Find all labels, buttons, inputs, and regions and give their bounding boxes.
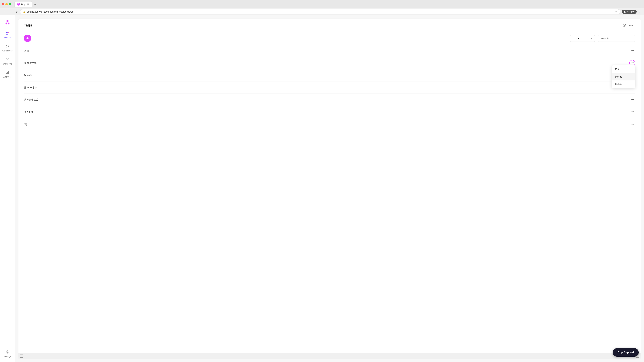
svg-point-1 <box>18 4 18 5</box>
tag-name: @layla <box>24 74 629 77</box>
tab-close-btn[interactable]: ✕ <box>27 3 29 5</box>
svg-point-3 <box>624 11 625 12</box>
scroll-indicator: ← → <box>18 353 641 359</box>
svg-point-0 <box>18 3 19 4</box>
search-input[interactable] <box>598 35 635 42</box>
reload-btn[interactable]: ↻ <box>14 9 19 14</box>
context-menu: Edit Merge Delete <box>612 65 635 88</box>
sidebar-item-analytics[interactable]: Analytics <box>2 68 14 80</box>
tag-menu-button[interactable]: ••• <box>629 97 635 103</box>
sort-select[interactable]: A to Z Z to A Newest Oldest <box>570 35 595 42</box>
analytics-label: Analytics <box>3 76 12 78</box>
tag-name: @all <box>24 49 629 52</box>
tab-title: Drip <box>21 3 25 5</box>
back-btn[interactable]: ← <box>2 9 7 14</box>
sidebar-item-settings[interactable]: Settings <box>2 348 14 359</box>
table-row: @zilong ••• <box>24 106 635 118</box>
tag-name: @beshyas <box>24 61 629 64</box>
sidebar-item-workflows[interactable]: Workflows <box>2 55 14 67</box>
context-menu-merge[interactable]: Merge <box>612 73 635 80</box>
tags-toolbar: + A to Z Z to A Newest Oldest <box>18 32 641 45</box>
drip-support-button[interactable]: Drip Support <box>613 348 639 357</box>
table-row: @moodjoy ••• <box>24 81 635 94</box>
sidebar: People Campaigns Workflows <box>0 15 15 362</box>
tag-name: tag <box>24 123 629 126</box>
svg-rect-16 <box>6 73 7 74</box>
close-button[interactable]: Close <box>621 23 635 28</box>
tab-bar: Drip ✕ + <box>12 1 40 7</box>
sidebar-item-people[interactable]: People <box>2 29 14 40</box>
main-content: Tags Close + A to Z Z to A Newest <box>15 15 644 362</box>
window-close-btn[interactable] <box>2 3 4 5</box>
svg-point-5 <box>7 20 8 22</box>
app-container: People Campaigns Workflows <box>0 15 644 362</box>
close-label: Close <box>627 24 633 27</box>
tags-header: Tags Close <box>18 19 641 32</box>
table-row: @layla ••• <box>24 69 635 81</box>
sidebar-logo <box>4 18 12 26</box>
tag-menu-button[interactable]: ••• <box>629 48 635 54</box>
tab-favicon <box>17 3 20 5</box>
tags-title: Tags <box>24 23 32 27</box>
window-maximize-btn[interactable] <box>9 3 11 5</box>
table-row: tag ••• <box>24 118 635 130</box>
svg-point-2 <box>19 4 20 5</box>
campaigns-icon <box>5 43 10 49</box>
workflows-icon <box>5 57 10 62</box>
people-icon <box>5 30 10 36</box>
tag-menu-button-active[interactable]: ••• <box>629 60 635 66</box>
lock-icon: 🔒 <box>23 10 26 13</box>
svg-rect-17 <box>7 72 8 74</box>
campaigns-label: Campaigns <box>2 50 12 52</box>
browser-titlebar: Drip ✕ + <box>0 0 644 8</box>
new-tab-btn[interactable]: + <box>33 2 38 7</box>
tags-list: @all ••• @beshyas ••• Edit Merge Delete <box>18 45 641 353</box>
tag-menu-button[interactable]: ••• <box>629 121 635 127</box>
address-bar-row: ← → ↻ 🔒 getdrip.com/7641396/people/prope… <box>0 8 644 15</box>
tag-name: @zilong <box>24 110 629 113</box>
settings-label: Settings <box>4 355 11 358</box>
context-menu-edit[interactable]: Edit <box>612 65 635 73</box>
url-text: getdrip.com/7641396/people/properties#ta… <box>27 10 614 13</box>
svg-point-20 <box>7 351 8 353</box>
svg-point-8 <box>6 23 7 24</box>
tags-panel: Tags Close + A to Z Z to A Newest <box>18 19 641 359</box>
window-controls <box>2 3 11 5</box>
table-row: @all ••• <box>24 45 635 57</box>
close-icon <box>623 24 626 27</box>
forward-btn[interactable]: → <box>8 9 13 14</box>
browser-chrome: Drip ✕ + ← → ↻ 🔒 getdrip.com/7641396/peo… <box>0 0 644 15</box>
tag-name: @moodjoy <box>24 86 629 89</box>
svg-rect-18 <box>8 71 9 74</box>
svg-point-10 <box>6 32 8 33</box>
add-tag-button[interactable]: + <box>24 35 31 42</box>
address-bar[interactable]: 🔒 getdrip.com/7641396/people/properties#… <box>20 9 620 14</box>
browser-actions: Incognito ⋮ <box>622 9 642 14</box>
window-minimize-btn[interactable] <box>5 3 8 5</box>
incognito-badge[interactable]: Incognito <box>622 10 636 14</box>
scroll-left-btn[interactable]: ← <box>20 354 23 358</box>
menu-btn[interactable]: ⋮ <box>637 9 642 14</box>
sidebar-item-campaigns[interactable]: Campaigns <box>2 42 14 54</box>
bookmark-icon: ☆ <box>615 10 618 13</box>
settings-icon <box>5 349 10 355</box>
tag-name: @workflow2 <box>24 98 629 101</box>
people-label: People <box>4 36 10 39</box>
svg-point-9 <box>8 23 10 24</box>
context-menu-delete[interactable]: Delete <box>612 80 635 88</box>
incognito-icon <box>623 10 626 13</box>
incognito-label: Incognito <box>627 10 635 13</box>
table-row: @workflow2 ••• <box>24 94 635 106</box>
analytics-icon <box>5 70 10 75</box>
svg-rect-13 <box>6 59 7 60</box>
table-row: @beshyas ••• Edit Merge Delete <box>24 57 635 69</box>
workflows-label: Workflows <box>3 63 12 65</box>
tag-menu-button[interactable]: ••• <box>629 109 635 115</box>
browser-tab[interactable]: Drip ✕ <box>14 1 32 7</box>
svg-point-11 <box>8 32 9 33</box>
